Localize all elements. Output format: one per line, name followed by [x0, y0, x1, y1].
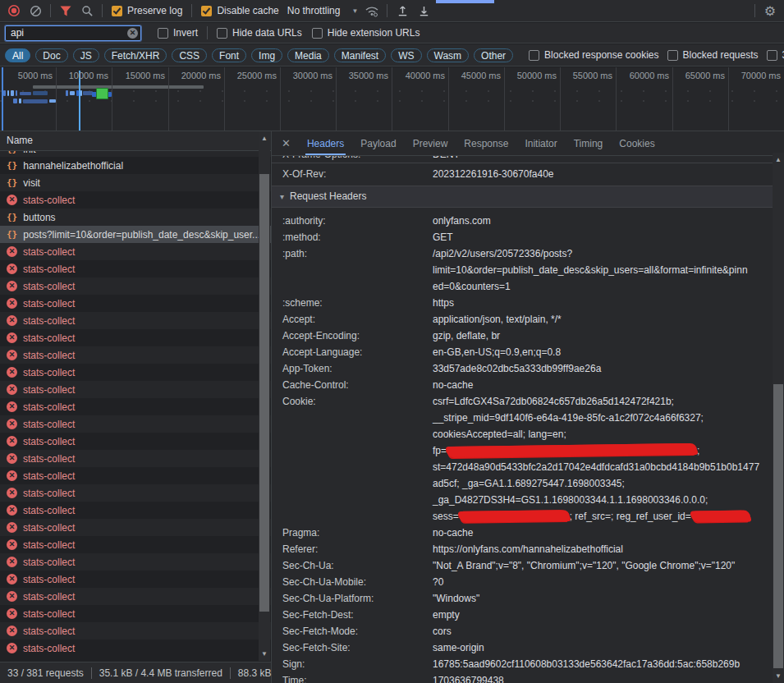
name-column-header[interactable]: Name — [0, 131, 271, 151]
request-row[interactable]: ✕stats-collect — [0, 381, 271, 398]
request-name: stats-collect — [23, 453, 75, 465]
scroll-up-icon[interactable]: ▲ — [773, 154, 784, 165]
request-row[interactable]: ✕stats-collect — [0, 536, 271, 553]
close-icon[interactable]: ✕ — [277, 137, 299, 149]
type-filter-wasm[interactable]: Wasm — [427, 48, 470, 62]
scrollbar-thumb[interactable] — [259, 174, 269, 612]
type-filter-js[interactable]: JS — [73, 48, 99, 62]
clear-filter-icon[interactable]: ✕ — [127, 28, 138, 39]
request-headers-section-toggle[interactable]: ▾Request Headers — [272, 186, 773, 208]
request-row[interactable]: {}visit — [0, 174, 271, 191]
type-filter-other[interactable]: Other — [474, 48, 513, 62]
header-name: Cookie: — [272, 393, 433, 525]
3rd-party-requests-checkbox[interactable]: 3rd-party requests — [767, 49, 784, 61]
waterfall-bar — [70, 91, 75, 95]
search-button[interactable] — [76, 2, 98, 20]
type-filter-img[interactable]: Img — [251, 48, 282, 62]
type-filter-all[interactable]: All — [5, 48, 30, 62]
request-row[interactable]: ✕stats-collect — [0, 346, 271, 364]
tab-preview[interactable]: Preview — [405, 131, 456, 155]
tab-timing[interactable]: Timing — [566, 131, 612, 155]
request-row-inner: {}init — [0, 151, 36, 157]
type-filter-doc[interactable]: Doc — [35, 48, 67, 62]
type-filter-media[interactable]: Media — [287, 48, 329, 62]
timeline-tick-label: 30000 ms — [278, 71, 332, 80]
request-row[interactable]: ✕stats-collect — [0, 277, 271, 295]
export-har-button[interactable] — [413, 2, 434, 20]
request-row[interactable]: {}init — [0, 151, 271, 157]
request-row[interactable]: ✕stats-collect — [0, 622, 271, 639]
type-filter-fetch-xhr[interactable]: Fetch/XHR — [104, 48, 167, 62]
request-row[interactable]: ✕stats-collect — [0, 502, 271, 519]
request-row[interactable]: {}buttons — [0, 209, 271, 226]
header-value-text: 33d57ade8c02dbc5a333db99ff9ae26a — [433, 363, 601, 374]
type-filter-bar: AllDocJSFetch/XHRCSSFontImgMediaManifest… — [0, 44, 784, 66]
settings-button[interactable]: ⚙ — [750, 2, 781, 20]
request-row[interactable]: ✕stats-collect — [0, 260, 271, 277]
network-conditions-button[interactable] — [361, 2, 383, 20]
request-row[interactable]: ✕stats-collect — [0, 450, 271, 467]
filter-toggle-button[interactable] — [55, 2, 76, 20]
hide-extension-urls-checkbox[interactable]: Hide extension URLs — [312, 27, 420, 39]
request-row[interactable]: ✕stats-collect — [0, 415, 271, 433]
import-har-button[interactable] — [392, 2, 413, 20]
header-value-text: GET — [433, 231, 453, 243]
blocked-requests-checkbox[interactable]: Blocked requests — [667, 49, 759, 61]
invert-checkbox[interactable]: Invert — [158, 27, 198, 39]
request-row[interactable]: {}hannahelizabethofficial — [0, 157, 271, 174]
request-row[interactable]: ✕stats-collect — [0, 519, 271, 536]
request-name: stats-collect — [23, 470, 75, 482]
scroll-down-icon[interactable]: ▼ — [773, 671, 784, 681]
request-row[interactable]: ✕stats-collect — [0, 364, 271, 381]
type-filter-ws[interactable]: WS — [391, 48, 421, 62]
request-row[interactable]: ✕stats-collect — [0, 312, 271, 329]
disable-cache-checkbox[interactable]: Disable cache — [201, 5, 278, 16]
request-row[interactable]: {}posts?limit=10&order=publish_date_desc… — [0, 226, 271, 243]
scroll-down-icon[interactable]: ▼ — [259, 649, 270, 659]
tab-headers[interactable]: Headers — [299, 131, 352, 155]
details-scrollbar[interactable]: ▲ ▼ — [773, 153, 784, 683]
tab-response[interactable]: Response — [456, 131, 516, 155]
summary-divider — [91, 667, 92, 679]
request-row[interactable]: ✕stats-collect — [0, 433, 271, 450]
request-row[interactable]: ✕stats-collect — [0, 398, 271, 415]
tab-initiator[interactable]: Initiator — [516, 131, 565, 155]
request-row[interactable]: ✕stats-collect — [0, 191, 271, 209]
preserve-log-checkbox[interactable]: Preserve log — [112, 5, 182, 16]
request-list-scrollbar[interactable]: ▲ ▼ — [259, 131, 270, 661]
scrollbar-thumb[interactable] — [773, 384, 783, 668]
tab-payload[interactable]: Payload — [352, 131, 404, 155]
type-filter-manifest[interactable]: Manifest — [334, 48, 386, 62]
type-filter-font[interactable]: Font — [212, 48, 246, 62]
request-row[interactable]: ✕stats-collect — [0, 588, 271, 605]
timeline-overview[interactable]: 5000 ms10000 ms15000 ms20000 ms25000 ms3… — [0, 67, 784, 131]
request-row[interactable]: ✕stats-collect — [0, 571, 271, 588]
request-row[interactable]: ✕stats-collect — [0, 329, 271, 346]
request-row[interactable]: ✕stats-collect — [0, 553, 271, 571]
filter-input[interactable] — [5, 25, 141, 41]
request-row[interactable]: ✕stats-collect — [0, 605, 271, 622]
request-row[interactable]: ✕stats-collect — [0, 467, 271, 484]
request-row[interactable]: ✕stats-collect — [0, 295, 271, 312]
header-row: Sec-Fetch-Site:same-origin — [272, 639, 773, 656]
scroll-up-icon[interactable]: ▲ — [259, 133, 270, 144]
request-row[interactable]: ✕stats-collect — [0, 639, 271, 657]
request-row[interactable]: ✕stats-collect — [0, 243, 271, 260]
clear-button[interactable] — [25, 2, 46, 20]
throttling-dropdown[interactable]: No throttling ▼ — [287, 5, 359, 16]
header-row: Sec-Ch-Ua-Mobile:?0 — [272, 574, 773, 590]
header-value: onlyfans.com — [433, 213, 773, 229]
header-value-text: 1703636799438 — [433, 675, 504, 683]
header-name: App-Token: — [272, 360, 433, 377]
type-filter-css[interactable]: CSS — [172, 48, 207, 62]
header-value-text: csrf=LdfcGX4Sa72db06824c657db26a5d142472… — [433, 396, 674, 407]
hide-data-urls-checkbox[interactable]: Hide data URLs — [217, 27, 302, 39]
request-row[interactable]: ✕stats-collect — [0, 484, 271, 502]
record-button[interactable] — [3, 2, 25, 20]
header-value-text: /api2/v2/users/20572336/posts? — [433, 248, 572, 259]
tab-cookies[interactable]: Cookies — [611, 131, 663, 155]
blocked-response-cookies-checkbox[interactable]: Blocked response cookies — [529, 49, 658, 61]
failed-request-icon: ✕ — [7, 522, 17, 533]
header-row: Sec-Fetch-Dest:empty — [272, 607, 773, 623]
header-value-line: ad5cf; _ga=GA1.1.689275447.1698003345; — [433, 475, 773, 492]
